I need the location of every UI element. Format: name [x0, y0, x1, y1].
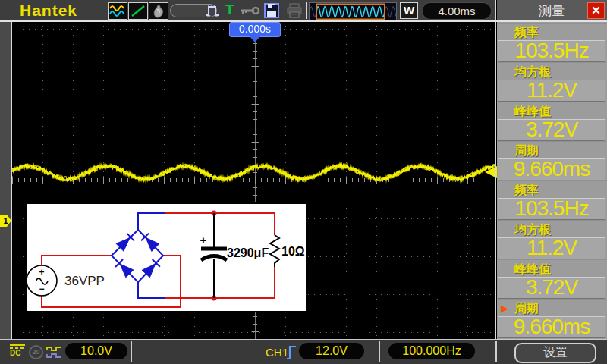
save-floppy-icon[interactable]	[263, 2, 281, 19]
top-toolbar: Hantek T	[0, 0, 495, 20]
measurement-vpp-1: ▶ 峰峰值 3.72V	[497, 102, 607, 141]
timebase-badge[interactable]: 4.00ms	[422, 2, 492, 20]
measurement-value: 103.5Hz	[498, 198, 605, 220]
bridge-rectifier-schematic: + − 36VPP + 3290μF 10Ω	[27, 204, 306, 311]
measure-panel-titlebar: 测量 ✕	[497, 0, 607, 20]
close-icon[interactable]: ✕	[587, 2, 605, 19]
measurement-value: 9.660ms	[498, 158, 605, 180]
measurement-period-2: ▶ 周期 9.660ms	[497, 299, 607, 338]
preview-waveform	[310, 3, 396, 20]
source-plus-sign: +	[39, 267, 44, 278]
capacitor	[201, 213, 227, 298]
horizontal-preview-strip[interactable]	[309, 2, 397, 21]
hand-tool-icon[interactable]	[149, 2, 168, 20]
measurement-period-1: ▶ 周期 9.660ms	[497, 141, 607, 180]
settings-button[interactable]: 设置	[514, 343, 596, 363]
pulse-trigger-icon[interactable]	[204, 2, 222, 19]
cursor-line-icon[interactable]	[128, 2, 148, 20]
lock-key-icon[interactable]	[240, 2, 261, 19]
status-bar: DC 20 10.0V CH1 12.0V 100.000Hz 设置	[0, 339, 607, 364]
measurement-frequency-2: ▶ 频率 103.5Hz	[497, 180, 607, 220]
trigger-level-badge[interactable]: 12.0V	[299, 343, 364, 359]
measurement-value: 11.2V	[498, 237, 605, 259]
statusbar-separator	[131, 341, 132, 362]
dc-coupling-icon[interactable]: DC	[10, 344, 25, 357]
measurement-value: 9.660ms	[498, 316, 605, 338]
ac-source: + −	[27, 265, 57, 296]
active-measurement-arrow: ▶	[501, 303, 508, 314]
bandwidth-limit-icon[interactable]: 20	[29, 345, 43, 359]
capacitor-label: 3290μF	[227, 246, 269, 259]
window-mode-icon[interactable]: W	[400, 2, 418, 19]
print-icon[interactable]	[285, 2, 304, 19]
panel-divider	[495, 0, 496, 339]
toolbar-divider	[0, 20, 607, 22]
resistor-label: 10Ω	[281, 245, 305, 258]
measurement-rms-1: ▶ 均方根 11.2V	[497, 62, 607, 102]
measurement-vpp-2: ▶ 峰峰值 3.72V	[497, 259, 607, 299]
resistor	[270, 235, 279, 267]
measurement-frequency-1: ▶ 频率 103.5Hz	[497, 23, 607, 62]
cap-polarity-sign: +	[200, 234, 207, 246]
trigger-frequency-badge[interactable]: 100.000Hz	[388, 343, 475, 359]
invert-wave-icon[interactable]	[46, 345, 63, 362]
source-minus-sign: −	[39, 284, 44, 294]
measurement-value: 3.72V	[498, 277, 605, 299]
channel-waves-icon[interactable]	[108, 2, 127, 20]
trigger-position-arrow-icon[interactable]	[250, 36, 260, 42]
measure-panel-title: 测量	[539, 2, 565, 20]
circuit-schematic-inset: + − 36VPP + 3290μF 10Ω	[25, 202, 307, 312]
statusbar-separator	[495, 341, 497, 362]
ch1-scale-badge[interactable]: 10.0V	[65, 343, 127, 359]
source-voltage-label: 36VPP	[64, 274, 105, 288]
left-bezel	[0, 21, 11, 339]
statusbar-separator	[379, 341, 380, 362]
measurement-value: 11.2V	[498, 80, 605, 102]
oscilloscope-app: { "brand": "Hantek", "toolbar": { "timeb…	[0, 0, 607, 364]
measurement-rms-2: ▶ 均方根 11.2V	[497, 220, 607, 259]
trigger-position-badge[interactable]: 0.000s	[229, 22, 281, 37]
rising-edge-icon[interactable]	[286, 343, 297, 364]
trigger-source-label: CH1	[266, 346, 288, 359]
measurement-value: 103.5Hz	[498, 40, 605, 62]
measurement-value: 3.72V	[498, 119, 605, 141]
toolbar-separator	[306, 2, 307, 19]
bridge-diodes	[115, 234, 160, 278]
trigger-t-icon[interactable]: T	[225, 2, 234, 18]
measure-panel: ▶ 频率 103.5Hz ▶ 均方根 11.2V ▶ 峰峰值 3.72V ▶ 周…	[497, 21, 607, 339]
brand-logo: Hantek	[20, 2, 77, 20]
dc-coupling-label: DC	[10, 349, 25, 357]
blue-wires	[112, 213, 165, 298]
